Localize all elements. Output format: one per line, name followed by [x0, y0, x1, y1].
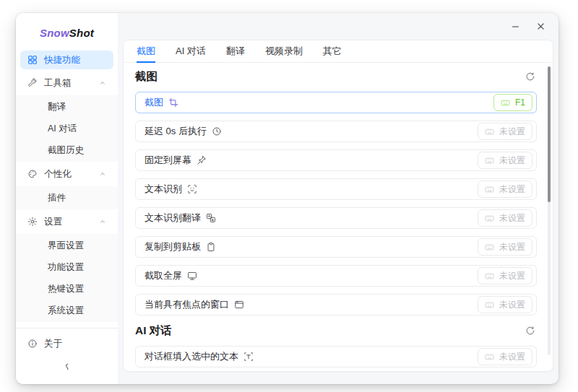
- shortcut-label: 未设置: [499, 241, 525, 253]
- hotkey-label: 延迟 0s 后执行: [144, 125, 222, 138]
- sidebar-item-ui-settings[interactable]: 界面设置: [16, 235, 118, 256]
- sidebar-item-label: 关于: [44, 338, 62, 350]
- sidebar-item-screenshot-history[interactable]: 截图历史: [16, 139, 118, 161]
- hotkey-label: 复制到剪贴板: [144, 240, 216, 253]
- logo-text-snow: Snow: [40, 27, 69, 39]
- chevron-left-icon: [63, 362, 72, 371]
- tab-label: AI 对话: [176, 45, 206, 58]
- sidebar-item-toolbox[interactable]: 工具箱: [20, 74, 113, 92]
- tab-ai-chat[interactable]: AI 对话: [176, 40, 206, 63]
- hotkey-label: 当前具有焦点的窗口: [144, 298, 244, 311]
- chevron-up-icon: [99, 170, 106, 178]
- sidebar-item-label: 插件: [48, 192, 66, 204]
- ocr-scan-icon: [187, 184, 197, 194]
- tab-translate[interactable]: 翻译: [226, 40, 245, 63]
- section-header-ai-chat: AI 对话: [135, 323, 537, 339]
- sidebar-item-label: 设置: [44, 216, 62, 228]
- window-controls: [509, 20, 547, 32]
- shortcut-button[interactable]: 未设置: [478, 209, 532, 227]
- keyboard-icon: [485, 352, 494, 362]
- sidebar-item-hotkey-settings[interactable]: 热键设置: [16, 278, 118, 300]
- sidebar-item-label: 个性化: [44, 168, 72, 180]
- tab-video-record[interactable]: 视频录制: [265, 40, 303, 63]
- monitor-icon: [187, 271, 197, 281]
- shortcut-label: 未设置: [499, 212, 525, 225]
- app-logo: SnowShot: [16, 20, 118, 45]
- keyboard-icon: [485, 156, 494, 165]
- shortcut-button[interactable]: 未设置: [478, 180, 532, 198]
- wrench-icon: [27, 78, 38, 88]
- refresh-button[interactable]: [524, 70, 537, 83]
- hotkey-label-text: 当前具有焦点的窗口: [144, 298, 229, 311]
- chevron-up-icon: [99, 218, 106, 225]
- sidebar-collapse-button[interactable]: [16, 357, 118, 377]
- sidebar-item-label: 界面设置: [48, 240, 84, 252]
- hotkey-row-pin-to-screen[interactable]: 固定到屏幕 未设置: [135, 149, 537, 171]
- sidebar-item-about[interactable]: 关于: [20, 334, 113, 353]
- sidebar-item-quick-functions[interactable]: 快捷功能: [20, 51, 113, 69]
- sidebar-item-label: 功能设置: [48, 261, 84, 274]
- hotkey-label-text: 文本识别翻译: [144, 212, 201, 225]
- hotkey-row-focused-window[interactable]: 当前具有焦点的窗口 未设置: [135, 294, 537, 315]
- hotkey-label-text: 截取全屏: [144, 269, 182, 282]
- refresh-icon: [525, 71, 535, 82]
- shortcut-label: 未设置: [499, 183, 525, 196]
- ocr-translate-icon: [206, 213, 216, 223]
- hotkey-row-screenshot[interactable]: 截图 F1: [135, 92, 537, 113]
- shortcut-button[interactable]: 未设置: [478, 123, 532, 140]
- shortcut-button[interactable]: 未设置: [478, 152, 532, 169]
- section-header-screenshot: 截图: [135, 69, 537, 84]
- shortcut-label: F1: [515, 97, 525, 108]
- gear-icon: [27, 217, 38, 227]
- hotkey-row-ocr-translate[interactable]: 文本识别翻译 未设置: [135, 207, 537, 229]
- keyboard-icon: [485, 127, 494, 136]
- hotkey-label-text: 文本识别: [144, 183, 182, 196]
- keyboard-icon: [485, 271, 494, 281]
- appstore-icon: [27, 55, 38, 65]
- crop-icon: [168, 97, 178, 108]
- sidebar-item-label: 翻译: [48, 101, 66, 113]
- shortcut-button[interactable]: F1: [493, 94, 532, 111]
- sidebar-item-translate[interactable]: 翻译: [16, 96, 118, 118]
- refresh-button[interactable]: [524, 324, 537, 337]
- refresh-icon: [525, 326, 535, 336]
- shortcut-button[interactable]: 未设置: [478, 267, 532, 284]
- tab-label: 视频录制: [265, 45, 303, 58]
- hotkey-row-delay-execute[interactable]: 延迟 0s 后执行 未设置: [135, 121, 537, 142]
- pushpin-icon: [197, 155, 207, 165]
- keyboard-icon: [485, 243, 494, 252]
- logo-text-shot: Shot: [69, 27, 94, 39]
- hotkey-label-text: 固定到屏幕: [144, 154, 191, 167]
- settings-children: 界面设置 功能设置 热键设置 系统设置: [16, 234, 118, 322]
- sidebar-item-label: 工具箱: [44, 77, 72, 90]
- hotkey-label-text: 复制到剪贴板: [144, 240, 201, 253]
- hotkey-row-fullscreen-capture[interactable]: 截取全屏 未设置: [135, 265, 537, 287]
- section-title: 截图: [135, 69, 158, 84]
- sidebar-item-system-settings[interactable]: 系统设置: [16, 300, 118, 321]
- close-button[interactable]: [535, 20, 547, 32]
- hotkey-row-copy-to-clipboard[interactable]: 复制到剪贴板 未设置: [135, 236, 537, 258]
- tab-label: 截图: [137, 45, 155, 58]
- sidebar-item-personalization[interactable]: 个性化: [20, 165, 113, 183]
- clock-icon: [212, 126, 222, 136]
- palette-icon: [27, 169, 38, 179]
- main-area: 截图 AI 对话 翻译 视频录制 其它 截图: [118, 13, 558, 384]
- hotkey-row-chat-fill-selected-text[interactable]: 对话框填入选中的文本 未设置: [135, 346, 537, 367]
- chevron-up-icon: [99, 79, 106, 87]
- keyboard-icon: [485, 300, 494, 310]
- scrollbar-thumb[interactable]: [548, 66, 551, 202]
- tab-screenshot[interactable]: 截图: [137, 40, 155, 63]
- sidebar-item-label: 截图历史: [48, 144, 84, 157]
- minimize-button[interactable]: [509, 20, 522, 32]
- shortcut-button[interactable]: 未设置: [478, 296, 532, 313]
- sidebar-item-settings[interactable]: 设置: [20, 212, 113, 231]
- shortcut-button[interactable]: 未设置: [478, 348, 532, 365]
- hotkey-row-ocr[interactable]: 文本识别 未设置: [135, 178, 537, 200]
- keyboard-icon: [485, 185, 494, 194]
- sidebar-item-plugins[interactable]: 插件: [16, 187, 118, 209]
- sidebar-item-ai-chat[interactable]: AI 对话: [16, 118, 118, 139]
- tab-other[interactable]: 其它: [323, 40, 342, 63]
- shortcut-button[interactable]: 未设置: [478, 238, 532, 256]
- minimize-icon: [511, 22, 520, 31]
- sidebar-item-feature-settings[interactable]: 功能设置: [16, 256, 118, 278]
